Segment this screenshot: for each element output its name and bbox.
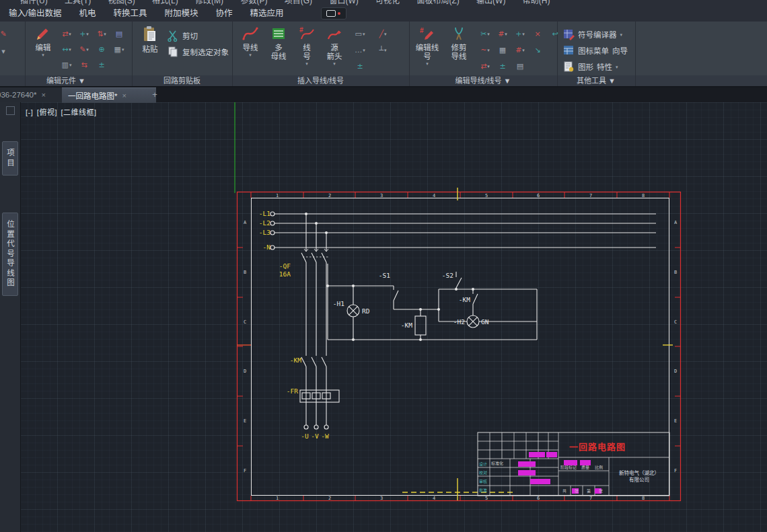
source-arrow-button[interactable]: 源 箭头 ▾ — [320, 24, 349, 66]
component-tool-button[interactable]: ▤ — [110, 27, 128, 40]
panel-title-circuit-clipboard[interactable]: 回路剪贴板 — [132, 75, 232, 86]
copy-selected-button[interactable]: 复制选定对象 — [167, 44, 229, 59]
wire-icon — [242, 26, 259, 42]
panel-title-edit-component[interactable]: 编辑元件 ▼ — [0, 75, 132, 86]
dropdown-caret-icon: ▾ — [487, 48, 490, 52]
edge-tool-button[interactable]: ✎ — [0, 27, 12, 40]
close-icon[interactable]: × — [122, 91, 126, 100]
sidebar-autohide-icon[interactable] — [6, 106, 15, 115]
wire-edit-tool-button[interactable]: #▾ — [494, 27, 511, 40]
menu-item[interactable]: 项目(G) — [285, 0, 312, 5]
component-tool-button[interactable]: ⇄▾ — [58, 27, 75, 40]
editwirenum-label-1: 编辑线 — [416, 44, 439, 52]
edge-tool-button[interactable]: ▾ — [0, 44, 12, 58]
edit-wire-number-button[interactable]: # 编辑线 号 ▾ — [412, 24, 443, 66]
sidebar-tab-location-codes[interactable]: 位置代号导线图 — [2, 213, 18, 296]
wire-tool-button[interactable]: ╱▾ — [374, 27, 392, 40]
viewport-visual-style-control[interactable]: [二维线框] — [61, 108, 97, 116]
component-tool-button[interactable]: +▾ — [75, 27, 93, 40]
tool-icon: ▤ — [517, 63, 523, 70]
menu-item[interactable]: 视图(S) — [108, 0, 135, 5]
tool-icon: ⇄ — [62, 30, 68, 38]
sidebar-tab-project[interactable]: 项目 — [2, 141, 18, 176]
menu-item[interactable]: 面板布局(Z) — [416, 0, 459, 5]
menu-item[interactable]: 输出(W) — [476, 0, 505, 5]
menu-item[interactable]: 工具(T) — [65, 0, 91, 5]
panel-title-insert-wire[interactable]: 插入导线/线号 — [232, 75, 409, 86]
wire-tool-button[interactable]: …▾ — [351, 43, 369, 56]
wire-tool-button[interactable]: ± — [351, 59, 369, 73]
dropdown-caret-icon: ▾ — [384, 48, 387, 52]
cut-button[interactable]: 剪切 — [167, 28, 198, 43]
ribbon-tab-collaborate[interactable]: 协作 — [207, 5, 242, 22]
dropdown-caret-icon: ▾ — [69, 32, 71, 36]
dropdown-caret-icon: ▾ — [522, 48, 525, 52]
multiple-bus-button[interactable]: 多 母线 — [265, 24, 292, 61]
menu-item[interactable]: 插件(U) — [20, 0, 48, 5]
component-tool-button[interactable]: ± — [93, 58, 110, 71]
component-tool-button[interactable]: ▥▾ — [58, 58, 75, 71]
ribbon-tab-io-data[interactable]: 输入/输出数据 — [0, 5, 70, 22]
ribbon-tab-featured-apps[interactable]: 精选应用 — [242, 5, 293, 22]
cut-label: 剪切 — [182, 30, 198, 41]
wire-edit-tool-button[interactable]: +▾ — [511, 27, 529, 40]
close-icon[interactable]: × — [41, 91, 45, 99]
menu-item[interactable]: 帮助(H) — [523, 0, 550, 5]
wire-edit-tool-button[interactable]: × — [529, 27, 546, 40]
menu-item[interactable]: 格式(L) — [152, 0, 178, 5]
tool-icon: ⇄ — [480, 63, 486, 70]
component-tool-button[interactable]: ↔▾ — [58, 42, 75, 56]
tool-icon: ✂ — [480, 30, 486, 38]
drawing-properties-button[interactable]: 图形 特性 ▾ — [562, 59, 618, 74]
wire-edit-tool-button[interactable]: ~▾ — [476, 43, 494, 56]
icon-menu-wizard-button[interactable]: 图标菜单 向导 — [562, 43, 628, 58]
wire-edit-tool-button[interactable]: ± — [494, 59, 511, 73]
left-sidebar: 项目 位置代号导线图 — [0, 102, 21, 532]
menu-item[interactable]: 修改(M) — [195, 0, 223, 5]
viewport-view-control[interactable]: [俯视] — [37, 108, 57, 116]
wire-edit-tool-button[interactable]: ↩ — [546, 27, 564, 40]
component-tool-button[interactable]: ⊕ — [93, 42, 110, 56]
menu-item[interactable]: 窗口(W) — [329, 0, 358, 5]
component-tool-button[interactable]: ✎▾ — [75, 42, 93, 56]
tool-icon: ▦ — [499, 46, 506, 54]
dropdown-caret-icon: ▾ — [384, 32, 387, 36]
wire-tool-button[interactable]: ▭▾ — [351, 27, 369, 40]
wire-number-button[interactable]: # 线 号 ▾ — [293, 24, 320, 66]
dropdown-caret-icon: ▾ — [1, 48, 5, 55]
symbol-builder-button[interactable]: 符号编译器 ▾ — [562, 27, 622, 42]
menu-item[interactable]: 参数(P) — [240, 0, 267, 5]
insert-wire-button[interactable]: 导线 ▾ — [237, 24, 264, 57]
wire-edit-tool-button[interactable]: ▦ — [494, 43, 511, 56]
viewport-menu-control[interactable]: [-] — [26, 108, 33, 116]
drawing-canvas[interactable]: [-] [俯视] [二维线框] — [20, 102, 767, 532]
wire-edit-tool-button[interactable]: #▾ — [511, 43, 529, 56]
component-tool-button[interactable]: ▦▾ — [110, 42, 128, 56]
menubar-clipped: 插件(U) 工具(T) 视图(S) 格式(L) 修改(M) 参数(P) 项目(G… — [0, 0, 767, 5]
ribbon-tab-mech-elec[interactable]: 机电 — [70, 5, 104, 22]
dropdown-caret-icon: ▾ — [363, 32, 365, 36]
tool-icon: ± — [98, 61, 104, 69]
wire-edit-tool-button[interactable]: ✂▾ — [476, 27, 494, 40]
wire-edit-tool-button[interactable]: ↘ — [529, 43, 546, 56]
tool-icon: ± — [357, 63, 363, 70]
component-tool-button[interactable]: ⇅▾ — [93, 27, 110, 40]
edit-component-button[interactable]: 编辑 ▾ — [30, 24, 57, 57]
paste-button[interactable]: 粘贴 — [136, 24, 164, 54]
wire-edit-tool-button[interactable]: ▤ — [511, 59, 529, 73]
new-tab-button[interactable]: + — [149, 89, 160, 100]
ribbon-extra-button[interactable] — [321, 7, 346, 20]
ribbon-tab-addons[interactable]: 附加模块 — [156, 5, 207, 22]
trim-wire-button[interactable]: 修剪 导线 — [445, 24, 472, 61]
ribbon-tab-convert-tools[interactable]: 转换工具 — [105, 5, 156, 22]
panel-title-other-tools[interactable]: 其他工具 ▼ — [557, 75, 635, 86]
tool-icon: ▭ — [355, 30, 362, 38]
component-tool-button[interactable]: ⇆ — [75, 58, 93, 71]
panel-title-edit-wire[interactable]: 编辑导线/线号 ▼ — [409, 75, 557, 86]
dropdown-caret-icon: ▾ — [104, 32, 106, 36]
wire-tool-button[interactable]: ┴▾ — [374, 43, 392, 56]
wire-edit-tool-button[interactable]: ⇄▾ — [476, 59, 494, 73]
file-tab-circuit-diagram-active[interactable]: 一回路电路图* × — [62, 87, 156, 103]
multibus-label-1: 多 — [275, 44, 283, 52]
menu-item[interactable]: 可视化 — [375, 0, 400, 5]
